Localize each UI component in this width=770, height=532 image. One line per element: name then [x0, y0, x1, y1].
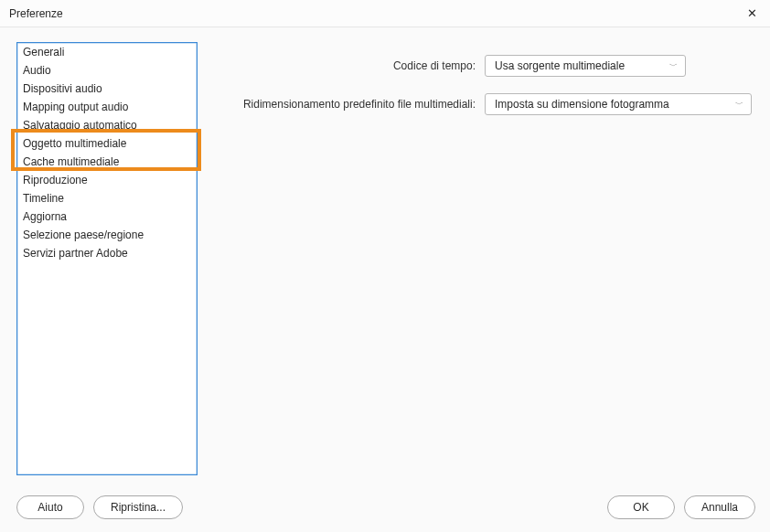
window-title: Preferenze [9, 7, 63, 20]
sidebar-item-generali[interactable]: Generali [17, 43, 197, 61]
timecode-row: Codice di tempo: Usa sorgente multimedia… [218, 55, 755, 77]
timecode-dropdown[interactable]: Usa sorgente multimediale ﹀ [485, 55, 686, 77]
sidebar-item-timeline[interactable]: Timeline [17, 189, 197, 207]
left-buttons: Aiuto Ripristina... [16, 495, 183, 519]
settings-pane: Codice di tempo: Usa sorgente multimedia… [218, 55, 755, 132]
chevron-down-icon: ﹀ [669, 60, 678, 72]
sidebar-item-mapping-output-audio[interactable]: Mapping output audio [17, 98, 197, 116]
right-buttons: OK Annulla [607, 495, 755, 519]
preferences-sidebar: Generali Audio Dispositivi audio Mapping… [16, 42, 198, 475]
cancel-button[interactable]: Annulla [684, 495, 755, 519]
sidebar-item-aggiorna[interactable]: Aggiorna [17, 207, 197, 226]
sidebar-item-dispositivi-audio[interactable]: Dispositivi audio [17, 80, 197, 98]
scaling-dropdown[interactable]: Imposta su dimensione fotogramma ﹀ [485, 93, 752, 115]
scaling-value: Imposta su dimensione fotogramma [495, 98, 669, 111]
timecode-label: Codice di tempo: [218, 59, 485, 72]
sidebar-item-audio[interactable]: Audio [17, 61, 197, 80]
timecode-value: Usa sorgente multimediale [495, 59, 625, 72]
reset-button[interactable]: Ripristina... [93, 495, 183, 519]
ok-button[interactable]: OK [607, 495, 675, 519]
scaling-label: Ridimensionamento predefinito file multi… [218, 98, 485, 111]
sidebar-item-cache-multimediale[interactable]: Cache multimediale [17, 153, 197, 171]
help-button[interactable]: Aiuto [16, 495, 84, 519]
sidebar-item-riproduzione[interactable]: Riproduzione [17, 171, 197, 189]
sidebar-item-selezione-paese[interactable]: Selezione paese/regione [17, 226, 197, 244]
sidebar-item-salvataggio-automatico[interactable]: Salvataggio automatico [17, 116, 197, 134]
title-bar: Preferenze ✕ [0, 0, 770, 27]
bottom-bar: Aiuto Ripristina... OK Annulla [16, 495, 755, 519]
sidebar-item-servizi-partner[interactable]: Servizi partner Adobe [17, 244, 197, 262]
chevron-down-icon: ﹀ [735, 99, 743, 111]
close-icon[interactable]: ✕ [743, 5, 761, 23]
sidebar-item-oggetto-multimediale[interactable]: Oggetto multimediale [17, 134, 197, 153]
scaling-row: Ridimensionamento predefinito file multi… [218, 93, 755, 115]
